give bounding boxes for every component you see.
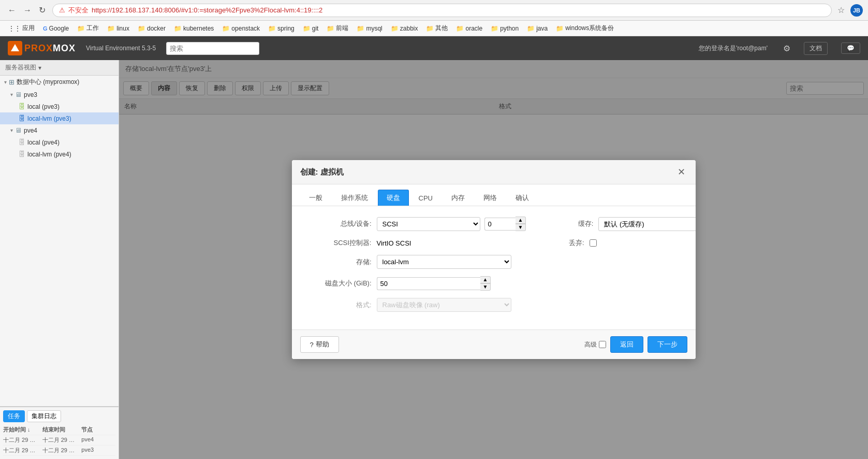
app-header: PROXMOX Virtual Environment 5.3-5 您的登录名是… [0,36,868,60]
format-select[interactable]: Raw磁盘映像 (raw) [377,298,511,312]
discard-checkbox[interactable] [590,239,597,247]
sidebar-item-local-pve3[interactable]: 🗄 local (pve3) [0,101,119,112]
bookmark-git[interactable]: 📁 git [300,24,322,33]
task-start-0: 十二月 29 16:40:05 [3,436,37,444]
next-button[interactable]: 下一步 [648,336,687,353]
disk-size-down[interactable]: ▼ [480,283,491,291]
bookmark-google[interactable]: G Google [40,24,72,33]
task-header-start: 开始时间 ↓ [3,426,37,434]
folder-icon-zabbix: 📁 [391,25,399,32]
sidebar: 服务器视图 ▾ ▾ ⊞ 数据中心 (myproxmox) ▾ 🖥 pve3 🗄 … [0,60,119,459]
tab-general[interactable]: 一般 [300,190,331,206]
sidebar-item-local-lvm-pve4[interactable]: 🗄 local-lvm (pve4) [0,148,119,160]
modal-body: 总线/设备: SCSI ▲ ▼ [292,206,696,329]
content-area: 存储'local-lvm'在节点'pve3'上 概要 内容 恢复 删除 权限 上… [119,60,868,459]
back-button[interactable]: ← [5,4,19,16]
bus-device-row: 总线/设备: SCSI ▲ ▼ [304,217,683,231]
bookmark-kubernetes[interactable]: 📁 kubernetes [171,24,217,33]
dropdown-arrow-icon: ▾ [38,64,41,71]
sidebar-item-local-lvm-pve3[interactable]: 🗄 local-lvm (pve3) [0,112,119,124]
bookmark-windows-backup[interactable]: 📁 windows系统备份 [553,23,617,34]
scsi-ctrl-label: SCSI控制器: [304,238,372,248]
logged-in-user: 您的登录名是'root@pam' [699,44,768,53]
bookmark-linux[interactable]: 📁 linux [104,24,133,33]
task-node-0: pve4 [81,436,115,444]
disk-size-input[interactable] [377,277,480,290]
bookmark-frontend[interactable]: 📁 前端 [323,23,351,34]
bookmark-other[interactable]: 📁 其他 [423,23,451,34]
bookmark-java[interactable]: 📁 java [524,24,551,33]
task-header-node: 节点 [81,426,115,434]
bookmark-git-label: git [312,25,319,32]
chat-button[interactable]: 💬 [841,42,860,54]
task-list: 开始时间 ↓ 结束时间 节点 十二月 29 16:40:05 十二月 29 16… [3,425,115,456]
disk-size-row: 磁盘大小 (GiB): ▲ ▼ [304,276,683,291]
storage-icon-local-pve4: 🗄 [19,138,25,146]
google-icon: G [43,25,48,32]
sidebar-section-header: 服务器视图 ▾ [0,60,119,76]
create-vm-modal: 创建: 虚拟机 ✕ 一般 操作系统 硬盘 CPU 内存 网络 确认 [292,160,696,359]
security-warning-icon: ⚠ [59,6,65,14]
folder-icon-spring: 📁 [268,25,276,32]
task-node-1: pve3 [81,447,115,454]
folder-icon-linux: 📁 [107,25,115,32]
tab-network[interactable]: 网络 [475,190,506,206]
tab-cpu[interactable]: CPU [410,190,442,206]
sidebar-item-datacenter[interactable]: ▾ ⊞ 数据中心 (myproxmox) [0,76,119,89]
tasks-tab-button[interactable]: 任务 [3,410,25,422]
header-search-input[interactable] [166,42,259,55]
bookmark-zabbix[interactable]: 📁 zabbix [388,24,421,33]
bookmark-python-label: python [500,25,519,32]
bookmark-mysql[interactable]: 📁 mysql [354,24,385,33]
bookmark-openstack[interactable]: 📁 openstack [219,24,263,33]
back-button-modal[interactable]: 返回 [610,336,643,353]
question-mark-icon: ? [310,341,314,349]
bookmark-apps[interactable]: ⋮⋮ 应用 [5,23,38,34]
storage-icon-local-pve3: 🗄 [19,103,25,110]
bus-type-select[interactable]: SCSI [377,217,480,231]
sidebar-item-pve4[interactable]: ▾ 🖥 pve4 [0,124,119,136]
tab-memory[interactable]: 内存 [443,190,474,206]
format-row: 格式: Raw磁盘映像 (raw) [304,298,683,312]
sidebar-item-local-pve3-label: local (pve3) [27,103,60,110]
cache-select[interactable]: 默认 (无缓存) [598,217,695,231]
bookmark-python[interactable]: 📁 python [488,24,522,33]
bookmark-work[interactable]: 📁 工作 [74,23,102,34]
tab-confirm[interactable]: 确认 [507,190,538,206]
modal-close-button[interactable]: ✕ [675,166,687,178]
expand-icon-pve4: ▾ [10,127,13,133]
device-number-up[interactable]: ▲ [516,217,526,224]
advanced-label: 高级 [584,340,606,349]
bookmark-docker-label: docker [147,25,166,32]
star-button[interactable]: ☆ [836,4,846,17]
tab-harddisk[interactable]: 硬盘 [378,190,409,206]
disk-size-up[interactable]: ▲ [480,276,491,283]
docs-button[interactable]: 文档 [804,42,828,55]
cluster-log-tab-button[interactable]: 集群日志 [27,410,61,422]
refresh-button[interactable]: ↻ [36,4,48,16]
proxmox-logo-text: PROXMOX [24,43,76,54]
bookmark-oracle[interactable]: 📁 oracle [453,24,486,33]
task-row-1[interactable]: 十二月 29 09:03:41 十二月 29 09:03:55 pve3 [3,446,115,456]
sidebar-item-local-lvm-pve3-label: local-lvm (pve3) [27,115,71,122]
device-number-down[interactable]: ▼ [516,224,526,231]
bookmark-docker[interactable]: 📁 docker [135,24,169,33]
disk-size-label: 磁盘大小 (GiB): [304,279,372,288]
settings-icon[interactable]: ⚙ [783,44,790,53]
folder-icon-kubernetes: 📁 [174,25,182,32]
task-row-0[interactable]: 十二月 29 16:40:05 十二月 29 16:40:05 pve4 [3,435,115,446]
bookmark-spring[interactable]: 📁 spring [265,24,298,33]
modal-overlay: 创建: 虚拟机 ✕ 一般 操作系统 硬盘 CPU 内存 网络 确认 [119,60,868,459]
storage-select[interactable]: local-lvm [377,255,511,269]
sidebar-item-pve3[interactable]: ▾ 🖥 pve3 [0,89,119,101]
forward-button[interactable]: → [21,4,34,16]
svg-marker-0 [11,44,19,51]
help-button[interactable]: ? 帮助 [300,336,339,353]
scsi-ctrl-row: SCSI控制器: VirtIO SCSI 丢弃: [304,238,683,248]
sidebar-item-local-pve4[interactable]: 🗄 local (pve4) [0,136,119,148]
profile-avatar[interactable]: JB [850,4,863,17]
device-number-input[interactable] [484,218,516,231]
bus-device-label: 总线/设备: [304,219,372,228]
advanced-checkbox[interactable] [599,341,606,348]
tab-os[interactable]: 操作系统 [332,190,377,206]
